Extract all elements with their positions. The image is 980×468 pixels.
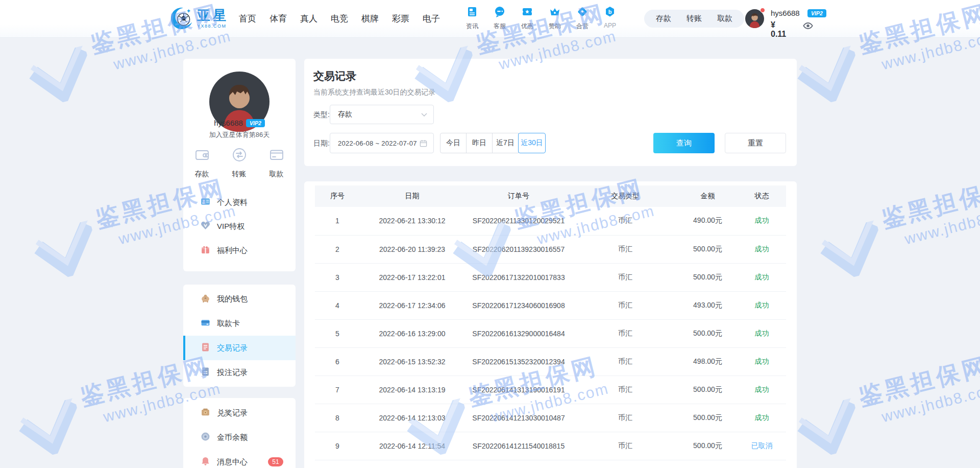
cell-type: 币汇 [573,404,678,432]
cell-type: 币汇 [573,263,678,291]
cell-order-no: SF202206141313190016191 [464,376,573,404]
sidebar-quick-action[interactable]: 存款 [183,147,220,179]
table-row: 12022-06-21 13:30:12SF202206211330120029… [315,207,786,235]
watermark-text: 鉴黑担保网 [855,349,980,413]
sidebar-quick-action[interactable]: 取款 [258,147,295,179]
sidebar-item-bets[interactable]: 投注记录 [183,360,296,385]
date-label: 日期: [313,139,330,148]
nav-item[interactable]: 首页 [239,13,256,25]
nav-item[interactable]: 彩票 [392,13,409,25]
sidebar-item-label: 投注记录 [217,368,248,378]
header-quick-item[interactable]: 赞助 [541,6,569,31]
table-column-header: 序号 [315,185,360,207]
cell-amount: 500.00元 [678,376,738,404]
wallet-icon [201,293,210,305]
sidebar-item-coins[interactable]: 金币余额 [183,425,296,450]
wallet-pill[interactable]: 取款 [709,14,740,24]
cell-index: 7 [315,376,360,404]
page-title: 交易记录 [313,69,356,83]
cell-type: 币汇 [573,376,678,404]
cell-index: 6 [315,347,360,376]
nav-item[interactable]: 体育 [270,13,287,25]
sidebar-item-bankcard[interactable]: 取款卡 [183,311,296,336]
type-select-value: 存款 [338,110,421,119]
sidebar-quick-action[interactable]: 转账 [220,147,258,179]
cell-date: 2022-06-17 12:34:06 [360,291,464,319]
cell-amount: 500.00元 [678,319,738,347]
header-quick-label: 合营 [576,22,589,31]
table-column-header: 金额 [678,185,738,207]
header-quick-item[interactable]: 优惠 [513,6,541,31]
header-quick-item[interactable]: 资讯 [458,6,486,31]
cell-index: 3 [315,263,360,291]
date-range-button[interactable]: 今日 [440,133,467,153]
sidebar-item-label: 兑奖记录 [217,408,248,418]
sidebar-profile-card: hys6688 VIP2 加入亚星体育第86天 存款转账取款 个人资料VIP特权… [183,59,296,271]
type-select[interactable]: 存款 [330,105,434,124]
transactions-table: 序号日期订单号交易类型金额状态 12022-06-21 13:30:12SF20… [315,185,786,460]
balance-amount: ¥ 0.11 [771,20,786,39]
cell-status: 已取消 [738,432,786,460]
sidebar-item-welfare[interactable]: 福利中心 [183,239,296,263]
cell-status: 成功 [738,319,786,347]
news-icon [466,6,478,20]
watermark: 鉴黑担保网www.jhdb8.com [789,349,980,461]
app-icon: b [604,6,616,20]
cell-type: 币汇 [573,235,678,263]
cell-index: 2 [315,235,360,263]
cell-amount: 500.00元 [678,235,738,263]
cell-index: 5 [315,319,360,347]
cell-status: 成功 [738,347,786,376]
table-row: 92022-06-14 12:11:54SF202206141211540018… [315,432,786,460]
sidebar-item-wallet[interactable]: 我的钱包 [183,287,296,311]
cell-order-no: SF202206141213030010487 [464,404,573,432]
cell-status: 成功 [738,291,786,319]
date-range-button[interactable]: 近30日 [518,133,546,153]
sidebar-item-transactions[interactable]: 交易记录 [183,336,296,360]
guarantee-logo-icon [30,220,102,284]
sidebar-item-messages[interactable]: 消息中心51 [183,450,296,468]
header-quick-item[interactable]: 客服 [486,6,513,31]
eye-icon[interactable] [802,22,814,29]
filter-card: 交易记录 当前系统支持查询最近30日的交易记录 类型: 存款 日期: 2022-… [304,59,797,166]
table-column-header: 日期 [360,185,464,207]
page-subtitle: 当前系统支持查询最近30日的交易记录 [313,88,436,97]
wallet-pill-group: 存款转账取款 [644,10,744,28]
chevron-down-icon [421,113,427,116]
sidebar-item-vip[interactable]: VIP特权 [183,215,296,239]
wallet-pill[interactable]: 存款 [648,14,679,24]
username[interactable]: hys6688 [771,9,800,17]
sidebar-item-profile[interactable]: 个人资料 [183,191,296,215]
type-label: 类型: [313,110,330,120]
cell-status: 成功 [738,235,786,263]
cell-type: 币汇 [573,291,678,319]
header-quick-item[interactable]: 合营 [569,6,596,31]
date-range-button[interactable]: 近7日 [492,133,519,153]
cell-order-no: SF202206171234060016908 [464,291,573,319]
header-quick-item[interactable]: bAPP [596,6,624,31]
nav-item[interactable]: 电竞 [331,13,348,25]
wallet-pill[interactable]: 转账 [679,14,709,24]
cell-amount: 500.00元 [678,432,738,460]
sidebar-item-label: 交易记录 [217,343,248,353]
joined-days-text: 加入亚星体育第86天 [183,130,296,139]
sidebar-menu-group: 个人资料VIP特权福利中心 [183,191,296,263]
search-button[interactable]: 查询 [653,133,715,153]
sidebar-item-redeem[interactable]: 兑奖记录 [183,401,296,425]
nav-item[interactable]: 棋牌 [361,13,379,25]
sidebar-menu-card: 我的钱包取款卡交易记录投注记录 [183,285,296,387]
table-row: 22022-06-20 11:39:23SF202206201139230016… [315,235,786,263]
date-range-input[interactable]: 2022-06-08 ~ 2022-07-07 [330,133,434,153]
nav-item[interactable]: 真人 [300,13,317,25]
cell-date: 2022-06-20 11:39:23 [360,235,464,263]
nav-item[interactable]: 电子 [423,13,440,25]
guarantee-logo-icon [24,45,97,109]
reset-button[interactable]: 重置 [725,133,786,153]
date-range-button[interactable]: 昨日 [466,133,493,153]
table-column-header: 交易类型 [573,185,678,207]
cell-date: 2022-06-21 13:30:12 [360,207,464,235]
football-logo-icon [170,7,193,30]
site-logo[interactable]: 亚星 YX88.COM [170,7,229,30]
deposit-icon [194,147,210,165]
sidebar-quick-actions: 存款转账取款 [183,147,296,179]
